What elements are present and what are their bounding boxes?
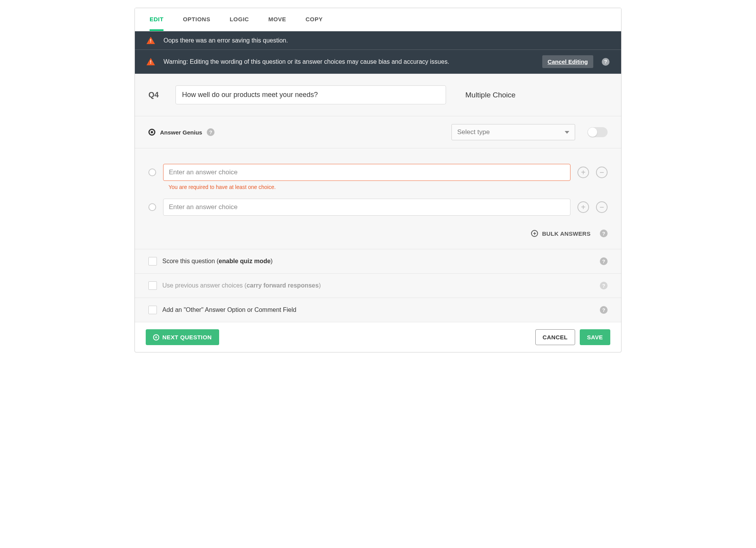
- carry-forward-checkbox[interactable]: [148, 281, 157, 290]
- cancel-editing-button[interactable]: Cancel Editing: [542, 55, 593, 68]
- type-select-placeholder: Select type: [457, 128, 490, 136]
- warning-alert: Warning: Editing the wording of this que…: [135, 50, 621, 74]
- next-question-label: NEXT QUESTION: [162, 334, 212, 340]
- carry-forward-row: Use previous answer choices (carry forwa…: [135, 274, 621, 298]
- question-type-label: Multiple Choice: [458, 91, 608, 99]
- bulk-answers-button[interactable]: + BULK ANSWERS: [531, 230, 591, 237]
- tab-move[interactable]: MOVE: [268, 8, 286, 31]
- help-icon[interactable]: ?: [600, 230, 608, 237]
- score-question-label: Score this question (enable quiz mode): [162, 258, 594, 265]
- score-question-row: Score this question (enable quiz mode) ?: [135, 249, 621, 274]
- question-number: Q4: [148, 90, 164, 99]
- warning-message: Warning: Editing the wording of this que…: [163, 58, 534, 65]
- next-question-button[interactable]: + NEXT QUESTION: [146, 329, 219, 345]
- error-message: Oops there was an error saving this ques…: [163, 37, 610, 44]
- answer-choice-row: + −: [148, 164, 608, 181]
- bulk-answers-label: BULK ANSWERS: [542, 230, 591, 237]
- question-editor-panel: EDIT OPTIONS LOGIC MOVE COPY Oops there …: [135, 8, 621, 352]
- help-icon[interactable]: ?: [600, 282, 608, 289]
- question-text-input[interactable]: [175, 85, 446, 104]
- other-option-checkbox[interactable]: [148, 306, 157, 314]
- radio-icon: [148, 168, 156, 176]
- add-choice-button[interactable]: +: [577, 201, 589, 213]
- save-button[interactable]: SAVE: [580, 329, 610, 345]
- question-header: Q4 Multiple Choice: [135, 74, 621, 116]
- warning-icon: [146, 58, 155, 65]
- plus-circle-icon: +: [531, 230, 538, 237]
- answer-genius-row: Answer Genius ? Select type: [135, 116, 621, 148]
- add-choice-button[interactable]: +: [577, 167, 589, 178]
- warning-icon: [146, 37, 155, 44]
- help-icon[interactable]: ?: [600, 306, 608, 314]
- target-icon: [148, 129, 155, 136]
- other-option-label: Add an "Other" Answer Option or Comment …: [162, 306, 594, 313]
- tab-bar: EDIT OPTIONS LOGIC MOVE COPY: [135, 8, 621, 31]
- remove-choice-button[interactable]: −: [596, 201, 608, 213]
- answer-choice-input[interactable]: [163, 164, 570, 181]
- chevron-down-icon: [565, 131, 569, 134]
- error-alert: Oops there was an error saving this ques…: [135, 31, 621, 50]
- tab-options[interactable]: OPTIONS: [183, 8, 210, 31]
- carry-forward-label: Use previous answer choices (carry forwa…: [162, 282, 594, 289]
- tab-copy[interactable]: COPY: [305, 8, 323, 31]
- bulk-answers-row: + BULK ANSWERS ?: [148, 219, 608, 237]
- other-option-row: Add an "Other" Answer Option or Comment …: [135, 298, 621, 322]
- plus-circle-icon: +: [153, 334, 159, 340]
- cancel-button[interactable]: CANCEL: [535, 329, 575, 345]
- answer-genius-toggle[interactable]: [587, 127, 608, 137]
- radio-icon: [148, 203, 156, 211]
- answer-choice-row: + −: [148, 199, 608, 216]
- help-icon[interactable]: ?: [600, 257, 608, 265]
- tab-edit[interactable]: EDIT: [150, 8, 163, 31]
- validation-message: You are required to have at least one ch…: [148, 184, 608, 190]
- help-icon[interactable]: ?: [207, 128, 215, 136]
- toggle-knob: [588, 128, 597, 137]
- answer-choice-input[interactable]: [163, 199, 570, 216]
- remove-choice-button[interactable]: −: [596, 167, 608, 178]
- editor-footer: + NEXT QUESTION CANCEL SAVE: [135, 322, 621, 352]
- type-select[interactable]: Select type: [451, 124, 575, 140]
- answer-genius-label: Answer Genius: [160, 129, 202, 136]
- tab-logic[interactable]: LOGIC: [230, 8, 249, 31]
- help-icon[interactable]: ?: [602, 58, 610, 66]
- score-question-checkbox[interactable]: [148, 257, 157, 265]
- answer-choices-section: + − You are required to have at least on…: [135, 148, 621, 249]
